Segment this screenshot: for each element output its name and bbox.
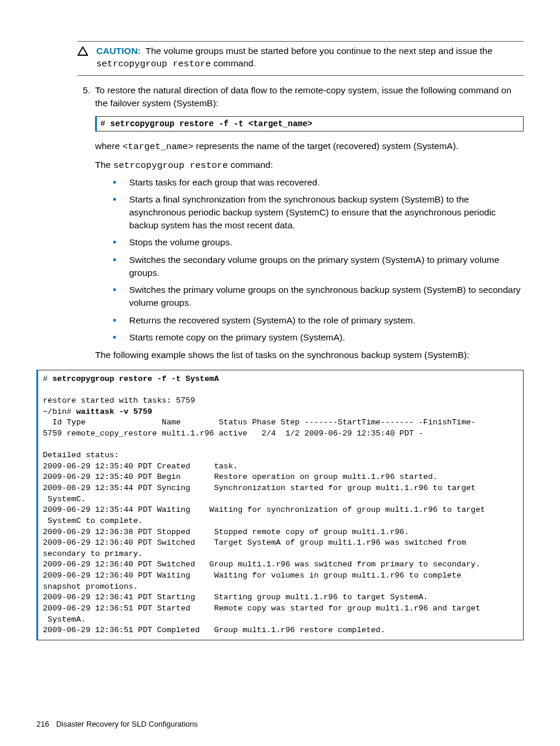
- code-block-restore: # setrcopygroup restore -f -t <target_na…: [95, 116, 524, 131]
- code1-bold: setrcopygroup restore -f -t <target_name…: [110, 119, 312, 129]
- bc-l5: Id Type Name Status Phase Step -------St…: [43, 418, 475, 427]
- bc-l16: 2009-06-29 12:36:40 PDT Switched Target …: [43, 538, 471, 547]
- bc-l6: 5759 remote_copy_restore multi.1.r96 act…: [43, 429, 423, 438]
- bc-l4p: ~/bin#: [43, 407, 76, 416]
- bullet-item: Starts tasks for each group that was rec…: [113, 176, 524, 189]
- bullet-item: Switches the primary volume groups on th…: [113, 283, 524, 309]
- bc-l13: 2009-06-29 12:35:44 PDT Waiting Waiting …: [43, 505, 485, 514]
- caution-code: setrcopygroup restore: [96, 59, 211, 69]
- bc-l1b: setrcopygroup restore -f -t SystemA: [52, 374, 219, 383]
- bc-l9: 2009-06-29 12:35:40 PDT Created task.: [43, 462, 238, 471]
- the-suffix: command:: [228, 160, 273, 170]
- step-body: To restore the natural direction of data…: [95, 84, 524, 109]
- bc-l14: SystemC to complete.: [43, 517, 143, 525]
- where-prefix: where: [95, 141, 123, 151]
- bullet-list: Starts tasks for each group that was rec…: [113, 176, 524, 345]
- bc-l20: snapshot promotions.: [43, 582, 138, 591]
- bc-l8: Detailed status:: [43, 451, 119, 460]
- footer-title: Disaster Recovery for SLD Configurations: [56, 720, 198, 728]
- step-number: 5.: [73, 84, 90, 97]
- the-prefix: The: [95, 160, 113, 170]
- caution-body-suffix: command.: [211, 58, 256, 68]
- para-where: where <target_name> represents the name …: [95, 140, 524, 154]
- bullet-item: Returns the recovered system (SystemA) t…: [113, 314, 524, 327]
- para-following-example: The following example shows the list of …: [95, 349, 524, 362]
- caution-text: CAUTION:The volume groups must be starte…: [96, 45, 524, 70]
- page-number: 216: [36, 720, 49, 728]
- the-code: setrcopygroup restore: [113, 160, 228, 171]
- bc-l10: 2009-06-29 12:35:40 PDT Begin Restore op…: [43, 472, 437, 481]
- code-block-output: # setrcopygroup restore -f -t SystemA re…: [36, 370, 524, 640]
- svg-marker-0: [78, 47, 87, 55]
- code1-prefix: #: [100, 119, 110, 129]
- bc-l3: restore started with tasks: 5759: [43, 396, 195, 405]
- para-the-command: The setrcopygroup restore command:: [95, 158, 524, 173]
- bc-l12: SystemC.: [43, 495, 86, 504]
- bullet-item: Starts a final synchronization from the …: [113, 193, 524, 231]
- bullet-item: Starts remote copy on the primary system…: [113, 331, 524, 344]
- bc-l21: 2009-06-29 12:36:41 PDT Starting Startin…: [43, 593, 428, 602]
- bullet-item: Stops the volume groups.: [113, 236, 524, 249]
- bc-l24: 2009-06-29 12:36:51 PDT Completed Group …: [43, 626, 385, 634]
- bc-l22: 2009-06-29 12:36:51 PDT Started Remote c…: [43, 604, 480, 613]
- step-5: 5. To restore the natural direction of d…: [73, 84, 524, 109]
- where-code: <target_name>: [123, 141, 194, 152]
- bc-l4b: waittask -v 5759: [76, 407, 153, 416]
- bc-l1p: #: [43, 374, 52, 383]
- caution-label: CAUTION:: [96, 46, 141, 56]
- caution-icon: [77, 46, 88, 59]
- bc-l11: 2009-06-29 12:35:44 PDT Syncing Synchron…: [43, 484, 475, 492]
- caution-body-prefix: The volume groups must be started before…: [146, 46, 492, 56]
- where-suffix: represents the name of the target (recov…: [193, 141, 458, 151]
- bc-l17: secondary to primary.: [43, 549, 143, 558]
- caution-block: CAUTION:The volume groups must be starte…: [77, 41, 524, 76]
- bc-l15: 2009-06-29 12:36:38 PDT Stopped Stopped …: [43, 528, 409, 536]
- bc-l18: 2009-06-29 12:36:40 PDT Switched Group m…: [43, 560, 480, 569]
- bc-l23: SystemA.: [43, 615, 86, 624]
- bullet-item: Switches the secondary volume groups on …: [113, 254, 524, 279]
- bc-l19: 2009-06-29 12:36:40 PDT Waiting Waiting …: [43, 571, 466, 580]
- page-footer: 216Disaster Recovery for SLD Configurati…: [36, 720, 198, 728]
